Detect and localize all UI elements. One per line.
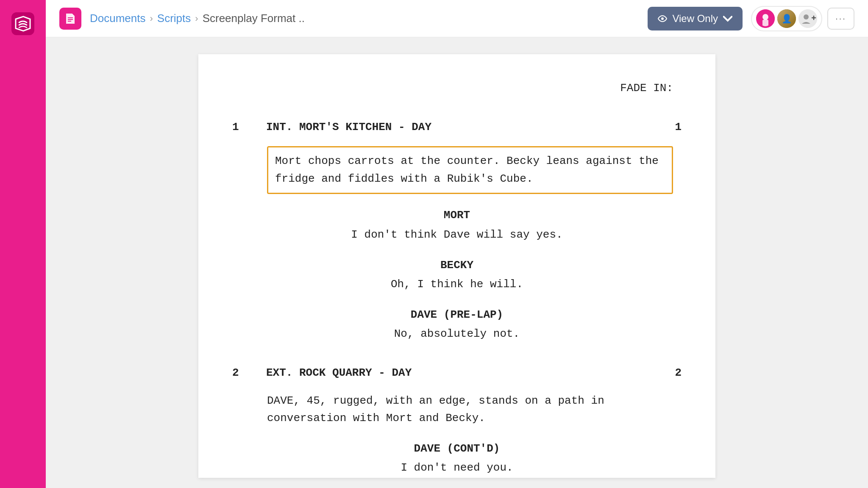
mort-dialogue: I don't think Dave will say yes. <box>232 226 682 244</box>
scene-1-heading: 1 INT. MORT'S KITCHEN - DAY 1 <box>232 119 682 136</box>
breadcrumb-current: Screenplay Format .. <box>203 12 305 25</box>
header: Documents › Scripts › Screenplay Format … <box>46 0 868 37</box>
svg-point-4 <box>661 17 664 20</box>
dave-prelap-dialogue: No, absolutely not. <box>232 325 682 343</box>
scene-1-number-right: 1 <box>675 119 682 136</box>
fade-in: FADE IN: <box>232 80 682 97</box>
add-user-button[interactable] <box>798 9 817 28</box>
avatar-group: 👤 <box>751 6 822 31</box>
header-right: 👤 ··· <box>751 6 854 31</box>
becky-character-name: BECKY <box>232 257 682 274</box>
svg-point-8 <box>804 14 809 19</box>
svg-point-6 <box>762 14 768 20</box>
scene-2: 2 EXT. ROCK QUARRY - DAY 2 DAVE, 45, rug… <box>232 364 682 488</box>
breadcrumb: Documents › Scripts › Screenplay Format … <box>90 12 639 25</box>
scene-2-number: 2 <box>232 364 249 382</box>
main-content: FADE IN: 1 INT. MORT'S KITCHEN - DAY 1 M… <box>46 37 868 488</box>
breadcrumb-separator-1: › <box>150 13 153 24</box>
breadcrumb-scripts[interactable]: Scripts <box>157 12 191 25</box>
eye-icon <box>658 14 667 23</box>
view-only-label: View Only <box>672 13 718 25</box>
scene-1-number: 1 <box>232 119 249 136</box>
breadcrumb-documents[interactable]: Documents <box>90 12 146 25</box>
scene-1-action-highlighted: Mort chops carrots at the counter. Becky… <box>267 146 673 194</box>
scene-1: 1 INT. MORT'S KITCHEN - DAY 1 Mort chops… <box>232 119 682 343</box>
dave-contd-dialogue: I don't need you. <box>232 459 682 477</box>
app-logo[interactable] <box>8 8 38 39</box>
becky-dialogue: Oh, I think he will. <box>232 276 682 294</box>
document-icon <box>59 8 81 30</box>
scene-2-trailing-action: With a knowing smile, Becky raises a tat… <box>267 485 673 488</box>
more-options-button[interactable]: ··· <box>827 8 854 30</box>
dave-contd-character-name: DAVE (CONT'D) <box>232 440 682 458</box>
dave-prelap-character-name: DAVE (PRE-LAP) <box>232 306 682 324</box>
screenplay-document: FADE IN: 1 INT. MORT'S KITCHEN - DAY 1 M… <box>198 54 715 478</box>
scene-2-action: DAVE, 45, rugged, with an edge, stands o… <box>267 392 673 427</box>
breadcrumb-separator-2: › <box>195 13 198 24</box>
scene-2-number-right: 2 <box>675 364 682 382</box>
view-only-button[interactable]: View Only <box>648 7 743 30</box>
chevron-down-icon <box>723 14 732 23</box>
scene-2-title: EXT. ROCK QUARRY - DAY <box>266 364 412 382</box>
scene-2-heading: 2 EXT. ROCK QUARRY - DAY 2 <box>232 364 682 382</box>
mort-character-name: MORT <box>232 207 682 225</box>
avatar-user-1 <box>756 9 775 28</box>
scene-1-title: INT. MORT'S KITCHEN - DAY <box>266 119 431 136</box>
avatar-user-2: 👤 <box>777 9 796 28</box>
sidebar <box>0 0 46 488</box>
